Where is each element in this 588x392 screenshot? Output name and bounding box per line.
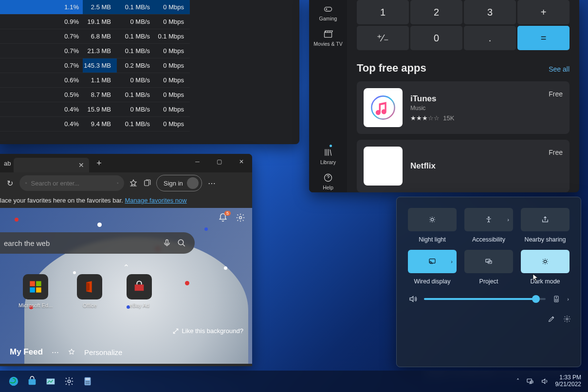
table-row[interactable]: 0.7%21.3 MB0.1 MB/s0 Mbps — [0, 44, 190, 58]
table-row[interactable]: 0.7%145.3 MB0.2 MB/s0 Mbps — [0, 58, 190, 73]
sidebar-item-help[interactable]: Help — [323, 171, 333, 192]
star-add-icon[interactable] — [117, 180, 119, 187]
library-icon — [323, 148, 333, 157]
store-window: Gaming Movies & TV Library Help 123+⁺∕₋0… — [309, 0, 579, 192]
see-all-link[interactable]: See all — [549, 65, 570, 73]
table-row[interactable]: 0.6%1.1 MB0 MB/s0 Mbps — [0, 73, 190, 88]
svg-rect-9 — [30, 281, 35, 286]
svg-point-15 — [488, 217, 490, 218]
chevron-up-icon[interactable]: ⌄ — [123, 262, 129, 272]
store-sidebar: Gaming Movies & TV Library Help — [309, 0, 347, 192]
svg-point-27 — [68, 380, 71, 383]
taskbar-calculator[interactable] — [81, 374, 94, 388]
taskbar-explorer[interactable] — [44, 374, 57, 388]
chevron-right-icon[interactable]: › — [567, 296, 569, 302]
minimize-button[interactable]: ─ — [186, 154, 208, 169]
svg-point-6 — [239, 217, 242, 219]
calc-key[interactable]: 0 — [410, 26, 462, 50]
table-row[interactable]: 0.7%6.8 MB0.1 MB/s0.1 Mbps — [0, 29, 190, 44]
calc-key[interactable]: = — [517, 26, 570, 50]
volume-slider[interactable] — [424, 298, 546, 300]
app-icon — [364, 147, 403, 186]
taskbar-store[interactable] — [25, 374, 39, 388]
table-row[interactable]: 0.4%9.4 MB0.1 MB/s0 Mbps — [0, 117, 190, 131]
svg-rect-7 — [166, 240, 168, 244]
svg-rect-1 — [324, 33, 331, 37]
calc-key[interactable]: 1 — [357, 0, 409, 24]
task-manager-window: 1.1%2.5 MB0.1 MB/s0 Mbps0.9%19.1 MB0 MB/… — [0, 0, 299, 144]
svg-point-19 — [544, 260, 546, 262]
browser-tab[interactable]: ✕ — [14, 158, 89, 172]
qs-tile-night-light[interactable]: Night light — [407, 208, 457, 243]
sign-in-button[interactable]: Sign in — [156, 175, 202, 191]
app-card[interactable]: Netflix Free — [357, 140, 570, 192]
app-name: iTunes — [410, 94, 541, 104]
quicklink-tile[interactable]: Microsoft Ed... — [18, 274, 53, 308]
more-button[interactable]: ⋯ — [207, 179, 217, 188]
notifications-button[interactable]: 5 — [218, 213, 228, 223]
favorites-icon[interactable] — [129, 179, 138, 187]
svg-point-35 — [89, 383, 90, 384]
search-icon[interactable] — [177, 239, 186, 247]
svg-point-14 — [431, 218, 433, 221]
calc-key[interactable]: 3 — [464, 0, 516, 24]
qs-tile-dark-mode[interactable]: Dark mode — [520, 250, 570, 285]
quicklink-tile[interactable]: eBay Ad — [127, 274, 152, 308]
svg-point-34 — [87, 383, 88, 384]
taskbar-settings[interactable] — [62, 374, 76, 388]
sidebar-item-gaming[interactable]: Gaming — [319, 2, 337, 23]
settings-button[interactable] — [236, 213, 245, 223]
table-row[interactable]: 0.4%15.9 MB0 MB/s0 Mbps — [0, 102, 190, 117]
table-row[interactable]: 0.9%19.1 MB0 MB/s0 Mbps — [0, 15, 190, 29]
my-feed-label[interactable]: My Feed — [10, 347, 43, 357]
svg-point-4 — [25, 183, 26, 184]
notification-dot — [330, 145, 332, 147]
calc-key[interactable]: ⁺∕₋ — [357, 26, 409, 50]
speaker-icon[interactable] — [541, 377, 549, 385]
qs-tile-wired-display[interactable]: ›Wired display — [407, 250, 457, 285]
calc-key[interactable]: + — [517, 0, 570, 24]
tab-title[interactable]: ab — [4, 160, 11, 167]
taskbar-edge[interactable] — [7, 374, 20, 388]
app-name: Netflix — [410, 161, 541, 171]
qs-tile-project[interactable]: Project — [464, 250, 514, 285]
app-card[interactable]: iTunes Music★★★☆☆ 15K Free — [357, 81, 570, 134]
search-web-bar[interactable]: earch the web — [0, 232, 195, 254]
svg-point-33 — [86, 383, 87, 384]
network-icon[interactable] — [526, 377, 534, 385]
feed-more-button[interactable]: ⋯ — [52, 348, 59, 356]
gear-icon[interactable] — [563, 315, 571, 323]
calculator-keypad: 123+⁺∕₋0.= — [357, 0, 570, 50]
like-background-link[interactable]: Like this background? — [172, 327, 243, 335]
calc-key[interactable]: . — [464, 26, 516, 50]
manage-favorites-link[interactable]: Manage favorites now — [125, 197, 187, 204]
edit-icon[interactable] — [548, 315, 555, 323]
personalize-link[interactable]: Personalize — [84, 348, 122, 356]
sidebar-item-library[interactable]: Library — [320, 146, 336, 167]
speaker-icon[interactable] — [408, 295, 417, 303]
volume-row: › — [397, 288, 581, 310]
tray-chevron-up-icon[interactable]: ˄ — [516, 378, 519, 385]
maximize-button[interactable]: ▢ — [208, 154, 230, 169]
edge-browser-window: ab ✕ + ─ ▢ ✕ ↻ Sign in ⋯ lace your favor… — [0, 154, 252, 366]
collections-icon[interactable] — [143, 179, 151, 187]
taskbar-clock[interactable]: 1:33 PM 9/21/2022 — [555, 374, 581, 388]
sidebar-item-movies[interactable]: Movies & TV — [313, 27, 342, 49]
calc-key[interactable]: 2 — [410, 0, 462, 24]
search-input[interactable] — [31, 180, 113, 187]
mic-icon[interactable] — [163, 239, 171, 247]
qs-tile-accessibility[interactable]: ›Accessibility — [464, 208, 514, 243]
table-row[interactable]: 1.1%2.5 MB0.1 MB/s0 Mbps — [0, 0, 190, 15]
table-row[interactable]: 0.5%8.7 MB0.1 MB/s0 Mbps — [0, 88, 190, 102]
help-icon — [323, 173, 333, 183]
close-tab-icon[interactable]: ✕ — [78, 161, 84, 169]
quicklink-tile[interactable]: Office — [77, 274, 102, 308]
new-tab-button[interactable]: + — [92, 156, 106, 170]
refresh-button[interactable]: ↻ — [5, 179, 15, 188]
close-button[interactable]: ✕ — [230, 154, 252, 169]
taskbar: ˄ 1:33 PM 9/21/2022 — [0, 371, 588, 392]
qs-tile-nearby-sharing[interactable]: Nearby sharing — [520, 208, 570, 243]
output-device-icon[interactable] — [552, 295, 560, 303]
svg-rect-0 — [324, 7, 331, 11]
address-bar[interactable] — [19, 175, 124, 191]
